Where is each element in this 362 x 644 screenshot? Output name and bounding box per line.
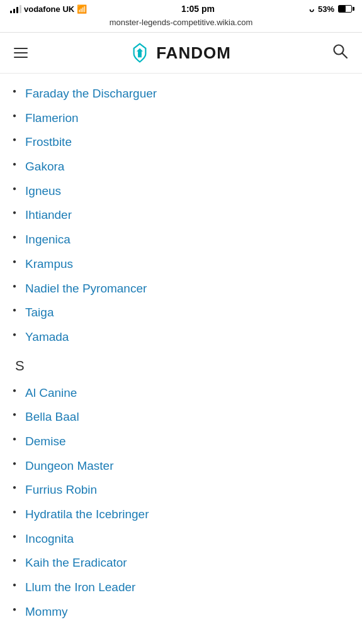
list-link[interactable]: Mommy bbox=[25, 604, 68, 620]
list-item: ● Furrius Robin bbox=[13, 482, 349, 498]
list-link[interactable]: Frostbite bbox=[25, 135, 72, 150]
bullet-icon: ● bbox=[13, 533, 16, 540]
list-link[interactable]: Kaih the Eradicator bbox=[25, 555, 127, 571]
list-link[interactable]: Faraday the Discharguer bbox=[25, 86, 157, 102]
bullet-icon: ● bbox=[13, 209, 16, 216]
hamburger-line-2 bbox=[14, 52, 28, 53]
list-item: ● Hydratila the Icebringer bbox=[13, 507, 349, 523]
url-text: monster-legends-competitive.wikia.com bbox=[110, 18, 253, 27]
list-link[interactable]: Hydratila the Icebringer bbox=[25, 507, 149, 523]
status-bar: vodafone UK 📶 1:05 pm ᴗ 53% bbox=[0, 0, 362, 16]
search-icon bbox=[332, 43, 348, 59]
svg-line-1 bbox=[342, 53, 347, 58]
list-link[interactable]: Taiga bbox=[25, 305, 54, 321]
list-item: ● Taiga bbox=[13, 305, 349, 321]
list-link[interactable]: Igneus bbox=[25, 184, 61, 199]
list-link[interactable]: Dungeon Master bbox=[25, 458, 113, 474]
list-item: ● Ihtiander bbox=[13, 208, 349, 223]
list-link[interactable]: Gakora bbox=[25, 159, 64, 175]
list-link[interactable]: Al Canine bbox=[25, 386, 77, 401]
list-link[interactable]: Llum the Iron Leader bbox=[25, 580, 135, 596]
bullet-icon: ● bbox=[13, 411, 16, 418]
bullet-icon: ● bbox=[13, 136, 16, 143]
bullet-icon: ● bbox=[13, 460, 16, 467]
list-item: ● Nadiel the Pyromancer bbox=[13, 281, 349, 297]
bullet-icon: ● bbox=[13, 185, 16, 192]
list-item: ● Faraday the Discharguer bbox=[13, 86, 349, 102]
list-item: ● Dungeon Master bbox=[13, 458, 349, 474]
list-item: ● Incognita bbox=[13, 531, 349, 547]
url-bar[interactable]: monster-legends-competitive.wikia.com bbox=[0, 16, 362, 33]
bullet-icon: ● bbox=[13, 606, 16, 613]
list-link[interactable]: Yamada bbox=[25, 330, 69, 345]
status-left: vodafone UK 📶 bbox=[10, 4, 87, 14]
list-item: ● Bella Baal bbox=[13, 409, 349, 425]
list-link[interactable]: Ihtiander bbox=[25, 208, 72, 223]
list-link[interactable]: Flamerion bbox=[25, 111, 78, 126]
bullet-icon: ● bbox=[13, 508, 16, 515]
s-section-list: ● Al Canine ● Bella Baal ● Demise ● Dung… bbox=[13, 386, 349, 620]
hamburger-line-1 bbox=[14, 48, 28, 49]
list-item: ● Ingenica bbox=[13, 232, 349, 248]
list-item: ● Llum the Iron Leader bbox=[13, 580, 349, 596]
wifi-icon: 📶 bbox=[77, 4, 87, 14]
page-content: ● Faraday the Discharguer ● Flamerion ● … bbox=[0, 74, 362, 641]
hamburger-line-3 bbox=[14, 57, 28, 58]
list-link[interactable]: Bella Baal bbox=[25, 409, 79, 425]
bullet-icon: ● bbox=[13, 306, 16, 313]
bullet-icon: ● bbox=[13, 557, 16, 564]
bullet-icon: ● bbox=[13, 233, 16, 240]
list-item: ● Igneus bbox=[13, 184, 349, 199]
bullet-icon: ● bbox=[13, 435, 16, 442]
list-item: ● Yamada bbox=[13, 330, 349, 345]
list-link[interactable]: Krampus bbox=[25, 257, 73, 272]
bullet-icon: ● bbox=[13, 112, 16, 119]
bullet-icon: ● bbox=[13, 282, 16, 289]
fandom-brand-text: FANDOM bbox=[156, 43, 231, 63]
fandom-logo[interactable]: FANDOM bbox=[128, 42, 231, 64]
bullet-icon: ● bbox=[13, 484, 16, 491]
bullet-icon: ● bbox=[13, 581, 16, 588]
s-section-header: S bbox=[15, 358, 349, 374]
list-item: ● Kaih the Eradicator bbox=[13, 555, 349, 571]
time-display: 1:05 pm bbox=[181, 4, 215, 14]
carrier-label: vodafone UK bbox=[24, 4, 74, 14]
nav-header: FANDOM bbox=[0, 33, 362, 74]
list-link[interactable]: Nadiel the Pyromancer bbox=[25, 281, 147, 297]
bullet-icon: ● bbox=[13, 160, 16, 167]
list-link[interactable]: Ingenica bbox=[25, 232, 71, 248]
bullet-icon: ● bbox=[13, 387, 16, 394]
bullet-icon: ● bbox=[13, 331, 16, 338]
r-section-list: ● Faraday the Discharguer ● Flamerion ● … bbox=[13, 86, 349, 345]
list-item: ● Demise bbox=[13, 434, 349, 450]
list-link[interactable]: Incognita bbox=[25, 531, 74, 547]
list-item: ● Al Canine bbox=[13, 386, 349, 401]
list-item: ● Mommy bbox=[13, 604, 349, 620]
list-item: ● Gakora bbox=[13, 159, 349, 175]
bullet-icon: ● bbox=[13, 87, 16, 94]
list-item: ● Krampus bbox=[13, 257, 349, 272]
list-link[interactable]: Demise bbox=[25, 434, 65, 450]
fandom-logo-icon bbox=[128, 42, 151, 64]
signal-icon bbox=[10, 4, 21, 13]
bullet-icon: ● bbox=[13, 258, 16, 265]
list-item: ● Frostbite bbox=[13, 135, 349, 150]
list-item: ● Flamerion bbox=[13, 111, 349, 126]
search-button[interactable] bbox=[329, 40, 351, 65]
battery-icon bbox=[338, 5, 352, 13]
bluetooth-icon: ᴗ bbox=[309, 4, 314, 14]
hamburger-button[interactable] bbox=[11, 45, 30, 60]
battery-percent: 53% bbox=[318, 4, 334, 14]
status-right: ᴗ 53% bbox=[309, 4, 352, 14]
list-link[interactable]: Furrius Robin bbox=[25, 482, 97, 498]
